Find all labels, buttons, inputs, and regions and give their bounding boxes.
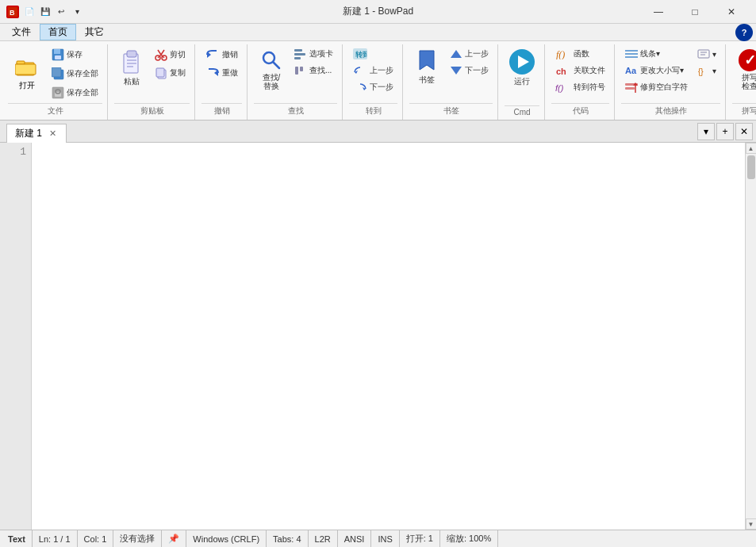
- help-button[interactable]: ?: [735, 24, 753, 41]
- window-controls: — □ ✕: [640, 0, 750, 24]
- trim-label: 修剪空白字符: [640, 82, 688, 93]
- ribbon-group-clipboard: 粘贴 剪切: [109, 44, 195, 120]
- options-button[interactable]: 选项卡: [290, 46, 337, 62]
- other-group-label: 其他操作: [621, 103, 720, 118]
- line-numbers: 1: [0, 143, 32, 530]
- find-replace-button[interactable]: 查找/替换: [254, 46, 289, 94]
- tab-new1[interactable]: 新建 1 ✕: [6, 124, 67, 143]
- close-button[interactable]: ✕: [713, 0, 750, 24]
- find-label: 查找/替换: [263, 73, 281, 90]
- other2-button[interactable]: ▾: [693, 46, 720, 62]
- qa-new[interactable]: 📄: [22, 5, 36, 19]
- run-button[interactable]: 运行: [505, 46, 539, 94]
- other3-label: ▾: [712, 67, 716, 75]
- lines-label: 线条▾: [640, 48, 660, 59]
- vertical-scrollbar[interactable]: ▲ ▼: [745, 143, 756, 530]
- cut-button[interactable]: 剪切: [151, 46, 190, 63]
- title-left: B 📄 💾 ↩ ▾: [6, 5, 84, 19]
- svg-rect-50: [625, 87, 635, 90]
- save-readonly-button[interactable]: 保存全部: [48, 84, 102, 101]
- svg-rect-7: [55, 55, 61, 59]
- goto-symbol-label: 转到符号: [574, 82, 605, 93]
- svg-rect-25: [156, 68, 164, 77]
- qa-undo[interactable]: ↩: [54, 5, 68, 19]
- status-zoom: 缩放: 100%: [440, 530, 498, 547]
- goto-next-button[interactable]: 下一步: [349, 79, 397, 95]
- save-button[interactable]: 保存: [48, 46, 102, 63]
- undo-group-label: 撤销: [201, 103, 242, 118]
- scroll-up-arrow[interactable]: ▲: [746, 143, 757, 154]
- menu-home[interactable]: 首页: [40, 24, 76, 40]
- run-icon: [509, 49, 535, 75]
- status-bar: Text Ln: 1 / 1 Col: 1 没有选择 📌 Windows (CR…: [0, 530, 756, 547]
- bookmark-button[interactable]: 书签: [409, 46, 444, 94]
- minimize-button[interactable]: —: [640, 0, 677, 24]
- svg-rect-53: [698, 50, 709, 58]
- spell-group-label: 拼写: [732, 103, 756, 118]
- editor-textarea[interactable]: [32, 143, 745, 530]
- ribbon-group-code: f() 函数 ch 关联文件 f() 转到符号 代码: [547, 44, 615, 120]
- goto-prev-button[interactable]: 上一步: [349, 63, 397, 78]
- status-tabs[interactable]: Tabs: 4: [267, 530, 308, 547]
- assoc-label: 关联文件: [574, 65, 605, 76]
- bookmark-next-button[interactable]: 下一步: [446, 63, 493, 78]
- svg-text:转到行: 转到行: [355, 51, 367, 59]
- ribbon-group-goto: 转到行 上一步 下一步: [344, 44, 403, 120]
- status-position: Ln: 1 / 1: [33, 530, 78, 547]
- ribbon-group-spell: ✓ 拼写检查 拼写: [727, 44, 756, 120]
- clipboard-group-label: 剪贴板: [114, 103, 190, 118]
- copy-button[interactable]: 复制: [151, 64, 190, 82]
- qa-save[interactable]: 💾: [38, 5, 52, 19]
- window-title: 新建 1 - BowPad: [343, 5, 413, 18]
- goto-group-label: 转到: [349, 103, 397, 118]
- options-label: 选项卡: [309, 48, 333, 59]
- lines-button[interactable]: 线条▾: [621, 46, 692, 62]
- app-icon: B: [6, 6, 19, 18]
- title-bar: B 📄 💾 ↩ ▾ 新建 1 - BowPad — □ ✕: [0, 0, 756, 24]
- spell-check-button[interactable]: ✓ 拼写检查: [732, 46, 756, 94]
- status-line-ending[interactable]: Windows (CRLF): [186, 530, 267, 547]
- editor-main: [32, 143, 745, 530]
- open-button[interactable]: 打开: [8, 46, 46, 101]
- maximize-button[interactable]: □: [677, 0, 713, 24]
- status-l2r: L2R: [309, 530, 338, 547]
- svg-marker-40: [451, 67, 462, 75]
- status-pin: 📌: [162, 530, 186, 547]
- save-all-label: 保存全部: [67, 68, 98, 79]
- menu-other[interactable]: 其它: [76, 24, 113, 40]
- qa-dropdown[interactable]: ▾: [70, 5, 84, 19]
- ribbon-group-cmd: 运行 Cmd: [500, 44, 545, 120]
- svg-text:f(): f(): [555, 83, 564, 93]
- tab-scroll-left[interactable]: ▾: [697, 123, 715, 140]
- bookmark-prev-button[interactable]: 上一步: [446, 46, 493, 62]
- fontsize-label: 更改大小写▾: [640, 65, 684, 76]
- paste-button[interactable]: 粘贴: [114, 46, 149, 94]
- undo-button[interactable]: 撤销: [201, 46, 242, 63]
- tab-close-button[interactable]: ✕: [47, 128, 58, 139]
- svg-rect-14: [127, 51, 136, 57]
- scroll-thumb[interactable]: [747, 155, 755, 179]
- func-button[interactable]: f() 函数: [551, 46, 609, 62]
- goto-next-label: 下一步: [370, 82, 393, 93]
- assoc-button[interactable]: ch 关联文件: [551, 63, 609, 78]
- svg-text:B: B: [10, 9, 15, 17]
- svg-rect-4: [15, 64, 36, 75]
- tab-new-button[interactable]: +: [716, 123, 734, 140]
- fontsize-button[interactable]: Aa 更改大小写▾: [621, 63, 692, 78]
- settings-button[interactable]: 查找...: [290, 63, 337, 78]
- line-number-1: 1: [5, 146, 26, 158]
- save-label: 保存: [67, 49, 83, 60]
- gotoline-button[interactable]: 转到行: [349, 46, 397, 62]
- tab-close-all[interactable]: ✕: [735, 123, 753, 140]
- other3-button[interactable]: {} ▾: [693, 63, 720, 78]
- status-encoding[interactable]: ANSI: [338, 530, 372, 547]
- save-all-button[interactable]: 保存全部: [48, 65, 102, 82]
- redo-button[interactable]: 重做: [201, 64, 242, 82]
- func-label: 函数: [574, 48, 589, 59]
- menu-file[interactable]: 文件: [3, 24, 40, 40]
- scroll-down-arrow[interactable]: ▼: [746, 518, 757, 530]
- goto-symbol-button[interactable]: f() 转到符号: [551, 79, 609, 95]
- trim-button[interactable]: 修剪空白字符: [621, 79, 692, 95]
- svg-rect-32: [294, 57, 301, 59]
- svg-text:{}: {}: [698, 67, 704, 76]
